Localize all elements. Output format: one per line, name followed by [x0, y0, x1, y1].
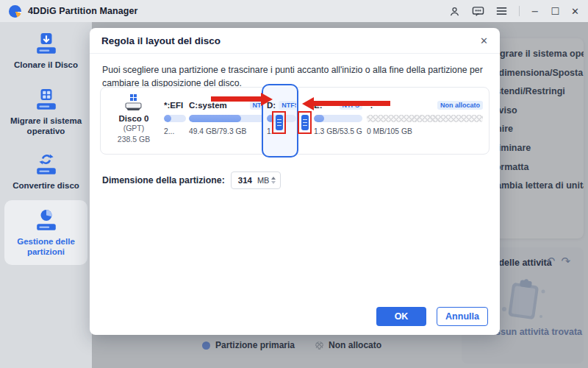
close-icon[interactable]: ✕	[571, 7, 579, 16]
partition-label: *:EFI	[164, 101, 183, 110]
sidebar-item-partition-management[interactable]: Gestione delle partizioni	[4, 200, 87, 265]
partition-size-unit: MB	[257, 176, 270, 185]
spinner-up-icon[interactable]	[271, 177, 276, 180]
maximize-icon[interactable]: ☐	[551, 7, 559, 16]
partition-size-input[interactable]: 314 MB	[231, 171, 281, 189]
partition-management-icon	[35, 209, 58, 233]
app-logo-icon	[9, 5, 21, 18]
annotation-arrow-right	[314, 101, 390, 106]
disk-name: Disco 0	[107, 114, 161, 123]
partition-e[interactable]: E: NTFS 1.3 GB/53.5 GB	[314, 99, 362, 145]
spinner-down-icon[interactable]	[271, 181, 276, 184]
cancel-button[interactable]: Annulla	[437, 307, 488, 326]
sidebar-item-label: Gestione delle partizioni	[4, 236, 87, 258]
sidebar-item-label: Convertire disco	[4, 180, 87, 191]
titlebar-divider	[519, 6, 520, 16]
partition-unallocated-badge: Non allocato	[437, 101, 483, 110]
adjust-disk-layout-dialog: Regola il layout del disco ✕ Puoi scegli…	[90, 28, 500, 335]
sidebar-item-convert-disk[interactable]: Convertire disco	[4, 153, 87, 191]
partition-size-value: 314	[238, 176, 252, 185]
feedback-icon[interactable]	[472, 6, 484, 17]
partition-size: 0 MB/105 GB	[367, 127, 483, 135]
convert-disk-icon	[35, 153, 58, 177]
menu-icon[interactable]	[496, 7, 507, 15]
disk-size: 238.5 GB	[107, 134, 161, 145]
title-bar: 4DDiG Partition Manager − ☐ ✕	[0, 0, 588, 22]
partition-size: 1.3 GB/53.5 GB	[314, 127, 362, 135]
partition-c[interactable]: C:system NTFS 49.4 GB/79.3 GB	[189, 99, 273, 145]
drag-handle-end[interactable]	[301, 115, 309, 130]
partition-size-label: Dimensione della partizione:	[102, 175, 225, 185]
migrate-os-icon	[35, 88, 58, 112]
annotation-arrow-left	[211, 96, 261, 102]
dialog-close-icon[interactable]: ✕	[480, 35, 488, 46]
disk-table-type: (GPT)	[107, 123, 161, 134]
left-sidebar: Clonare il Disco Migrare il sistema oper…	[0, 22, 92, 368]
disk-icon	[123, 93, 145, 113]
sidebar-item-clone-disk[interactable]: Clonare il Disco	[4, 32, 87, 70]
partition-size: 49.4 GB/79.3 GB	[189, 127, 273, 135]
drag-handle-start[interactable]	[276, 115, 283, 130]
partition-label: C:system	[189, 101, 227, 110]
partition-bar	[314, 115, 362, 122]
sidebar-item-label: Clonare il Disco	[4, 60, 87, 70]
partition-size: 2...	[164, 127, 186, 135]
annotation-box-right-handle	[298, 111, 312, 134]
dialog-title: Regola il layout del disco	[101, 35, 220, 46]
minimize-icon[interactable]: −	[531, 7, 539, 16]
partition-bar	[189, 115, 273, 122]
sidebar-item-migrate-os[interactable]: Migrare il sistema operativo	[4, 88, 87, 137]
partition-efi[interactable]: *:EFI F... 2...	[164, 99, 186, 145]
disk-info: Disco 0 (GPT) 238.5 GB	[107, 93, 161, 145]
partition-fs-badge: NTFS	[279, 101, 296, 110]
account-icon[interactable]	[449, 6, 460, 17]
size-spinner[interactable]	[271, 177, 276, 184]
sidebar-item-label: Migrare il sistema operativo	[4, 116, 87, 137]
ok-button[interactable]: OK	[376, 307, 426, 326]
partition-unallocated[interactable]: *: Non allocato 0 MB/105 GB	[367, 99, 483, 145]
clone-disk-icon	[35, 32, 58, 56]
partition-bar	[164, 115, 186, 122]
partition-bar-unallocated	[367, 115, 483, 122]
annotation-box-left-handle	[272, 111, 286, 134]
app-title: 4DDiG Partition Manager	[28, 6, 138, 16]
